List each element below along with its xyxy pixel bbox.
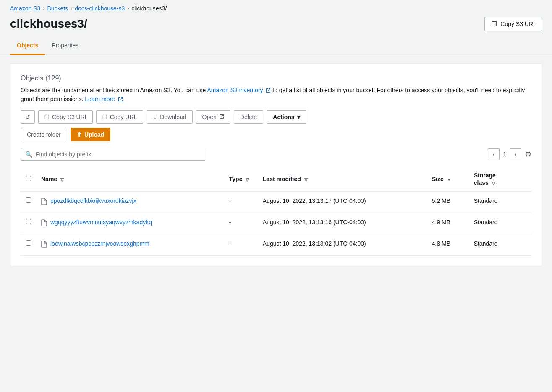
breadcrumb-current: clickhouses3/: [131, 5, 167, 12]
section-title: Objects (129): [21, 74, 531, 83]
row-storage-cell-1: Standard: [469, 213, 531, 234]
learn-more-link[interactable]: Learn more: [85, 96, 115, 102]
storage-sort-icon: ▽: [492, 181, 495, 186]
row-size-cell-1: 4.9 MB: [427, 213, 469, 234]
column-header-last-modified[interactable]: Last modified ▽: [258, 167, 427, 191]
actions-button[interactable]: Actions ▾: [267, 110, 306, 124]
open-external-icon: [219, 114, 224, 120]
copy-icon-header: ❐: [492, 21, 497, 27]
upload-button[interactable]: ⬆ Upload: [71, 128, 110, 141]
copy-url-label: Copy URL: [110, 114, 137, 120]
row-name-cell-0: ppozdlkbqccfkbioijkvuxordkiazvjx: [36, 191, 224, 213]
search-input[interactable]: [36, 151, 201, 158]
row-modified-cell-0: August 10, 2022, 13:13:17 (UTC-04:00): [258, 191, 427, 213]
page-title: clickhouses3/: [10, 17, 87, 31]
table-body: ppozdlkbqccfkbioijkvuxordkiazvjx - Augus…: [21, 191, 531, 256]
column-header-size[interactable]: Size ▼: [427, 167, 469, 191]
actions-label: Actions: [273, 114, 294, 120]
current-page: 1: [503, 151, 506, 158]
table-header-row: Name ▽ Type ▽ Last modified ▽ Size ▼: [21, 167, 531, 191]
column-header-type[interactable]: Type ▽: [224, 167, 258, 191]
file-name-2[interactable]: loowjnalwsbcpcpszrnjvoowsoxghpmm: [50, 240, 149, 247]
create-folder-button[interactable]: Create folder: [21, 128, 67, 141]
breadcrumb-sep-2: ›: [71, 5, 72, 11]
breadcrumb: Amazon S3 › Buckets › docs-clickhouse-s3…: [0, 0, 552, 15]
delete-button[interactable]: Delete: [234, 110, 263, 124]
file-name-0[interactable]: ppozdlkbqccfkbioijkvuxordkiazvjx: [50, 197, 136, 204]
row-name-cell-2: loowjnalwsbcpcpszrnjvoowsoxghpmm: [36, 234, 224, 256]
external-link-icon-2: [118, 97, 123, 102]
select-all-header: [21, 167, 36, 191]
copy-icon-s3: ❐: [44, 114, 50, 120]
breadcrumb-amazon-s3[interactable]: Amazon S3: [10, 5, 40, 12]
search-box[interactable]: 🔍: [21, 148, 205, 161]
row-type-cell-0: -: [224, 191, 258, 213]
toolbar-row-1: ↺ ❐ Copy S3 URI ❐ Copy URL ⤓ Download Op…: [21, 110, 531, 124]
desc-before-link: Objects are the fundamental entities sto…: [21, 87, 207, 93]
tabs-bar: Objects Properties: [0, 38, 552, 55]
row-checkbox-0[interactable]: [26, 197, 31, 203]
upload-icon: ⬆: [77, 131, 82, 138]
download-button[interactable]: ⤓ Download: [147, 110, 192, 124]
gear-icon: ⚙: [525, 150, 531, 159]
page-header: clickhouses3/ ❐ Copy S3 URI: [0, 15, 552, 38]
row-type-cell-1: -: [224, 213, 258, 234]
external-link-icon-1: [266, 88, 271, 93]
pagination-controls: ‹ 1 › ⚙: [488, 148, 531, 160]
file-name-1[interactable]: wgqqyyyzftuwvmnutsyaqwvyzmkadykq: [50, 219, 152, 226]
main-content: Objects (129) Objects are the fundamenta…: [10, 63, 542, 266]
copy-s3-uri-header-button[interactable]: ❐ Copy S3 URI: [484, 17, 542, 31]
column-header-storage-class[interactable]: Storageclass ▽: [469, 167, 531, 191]
open-button[interactable]: Open: [196, 110, 230, 124]
download-icon: ⤓: [153, 114, 157, 120]
create-folder-label: Create folder: [27, 131, 61, 138]
next-page-button[interactable]: ›: [510, 148, 521, 160]
column-header-name[interactable]: Name ▽: [36, 167, 224, 191]
select-all-checkbox[interactable]: [26, 176, 31, 181]
tab-properties[interactable]: Properties: [45, 38, 85, 55]
download-label: Download: [160, 114, 186, 120]
row-name-cell-1: wgqqyyyzftuwvmnutsyaqwvyzmkadykq: [36, 213, 224, 234]
copy-s3-uri-button[interactable]: ❐ Copy S3 URI: [38, 110, 93, 124]
objects-table: Name ▽ Type ▽ Last modified ▽ Size ▼: [21, 167, 531, 256]
breadcrumb-sep-3: ›: [127, 5, 129, 11]
copy-url-button[interactable]: ❐ Copy URL: [96, 110, 144, 124]
row-type-cell-2: -: [224, 234, 258, 256]
row-size-cell-0: 5.2 MB: [427, 191, 469, 213]
copy-s3-uri-label: Copy S3 URI: [52, 114, 86, 120]
s3-inventory-link[interactable]: Amazon S3 inventory: [207, 87, 263, 93]
table-settings-button[interactable]: ⚙: [525, 150, 531, 159]
objects-count: (129): [45, 75, 61, 82]
upload-label: Upload: [84, 131, 104, 138]
objects-title-text: Objects: [21, 75, 43, 82]
toolbar-row-2: Create folder ⬆ Upload: [21, 128, 531, 141]
refresh-button[interactable]: ↺: [21, 110, 35, 124]
prev-page-button[interactable]: ‹: [488, 148, 500, 160]
copy-s3-uri-header-label: Copy S3 URI: [500, 21, 535, 27]
size-sort-icon: ▼: [447, 177, 451, 182]
table-row: loowjnalwsbcpcpszrnjvoowsoxghpmm - Augus…: [21, 234, 531, 256]
breadcrumb-bucket-name[interactable]: docs-clickhouse-s3: [75, 5, 125, 12]
row-storage-cell-2: Standard: [469, 234, 531, 256]
table-row: ppozdlkbqccfkbioijkvuxordkiazvjx - Augus…: [21, 191, 531, 213]
refresh-icon: ↺: [25, 114, 30, 120]
row-checkbox-cell-1: [21, 213, 36, 234]
open-label: Open: [202, 114, 217, 120]
row-checkbox-cell-2: [21, 234, 36, 256]
file-icon-1: [41, 219, 47, 228]
file-icon-0: [41, 198, 47, 207]
section-description: Objects are the fundamental entities sto…: [21, 86, 531, 104]
row-checkbox-1[interactable]: [26, 219, 31, 224]
copy-icon-url: ❐: [102, 114, 107, 120]
search-pagination-row: 🔍 ‹ 1 › ⚙: [21, 148, 531, 161]
row-modified-cell-1: August 10, 2022, 13:13:16 (UTC-04:00): [258, 213, 427, 234]
tab-objects[interactable]: Objects: [10, 38, 45, 55]
table-row: wgqqyyyzftuwvmnutsyaqwvyzmkadykq - Augus…: [21, 213, 531, 234]
row-checkbox-2[interactable]: [26, 240, 31, 246]
breadcrumb-buckets[interactable]: Buckets: [47, 5, 68, 12]
file-icon-2: [41, 241, 47, 249]
type-sort-icon: ▽: [246, 177, 249, 182]
row-storage-cell-0: Standard: [469, 191, 531, 213]
name-sort-icon: ▽: [60, 177, 64, 182]
search-icon: 🔍: [25, 151, 32, 158]
